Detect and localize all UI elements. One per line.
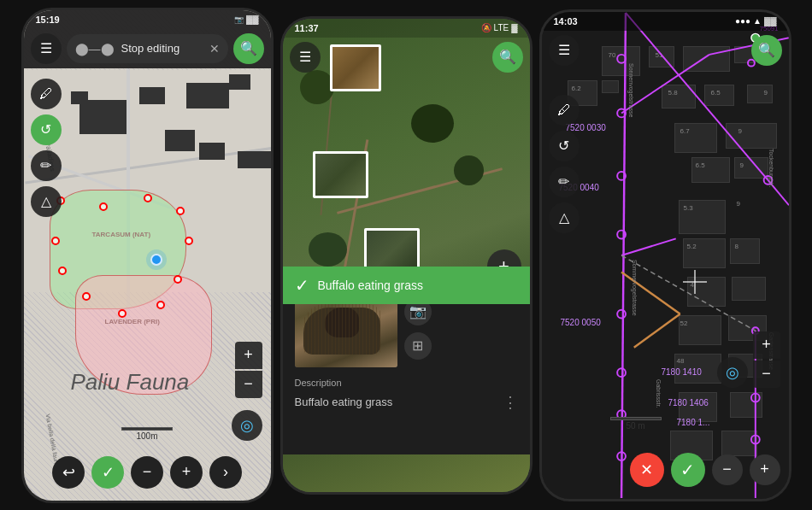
- search-button-3[interactable]: 🔍: [751, 35, 782, 66]
- gps-dot: [150, 254, 162, 266]
- nodes-icon-3: ✏: [558, 173, 569, 190]
- confirm-btn-1[interactable]: ✓: [91, 456, 124, 489]
- measure-icon: △: [41, 193, 51, 209]
- route-label-3: 7520 0050: [561, 318, 601, 327]
- phone-1-screen: Paliu Fauna TARCASUM (NAT) LAVENDER (PRI…: [24, 10, 271, 501]
- minus-icon-1: −: [143, 463, 152, 481]
- svg-point-11: [617, 368, 626, 377]
- mute-icon: 🔕: [481, 23, 491, 32]
- confirm-bar: ✓ Buffalo eating grass: [283, 267, 530, 304]
- node-icon: ⬤—⬤: [75, 42, 115, 56]
- measure-icon-3: △: [559, 209, 569, 226]
- gallery-action-btn[interactable]: ⊞: [404, 332, 432, 360]
- lte-text: LTE: [494, 23, 509, 32]
- zoom-controls-3: + −: [753, 331, 780, 388]
- cancel-icon-3: ✕: [640, 460, 653, 479]
- route-label-4: 7180 1410: [662, 367, 702, 377]
- edit-bar: ⬤—⬤ Stop editing ✕: [67, 34, 228, 63]
- search-button-2[interactable]: 🔍: [492, 42, 523, 73]
- remove-btn[interactable]: −: [131, 456, 163, 489]
- nodes-tool-3[interactable]: ✏: [549, 167, 580, 197]
- photo-actions: 📷 ⊞: [404, 298, 432, 360]
- scale-bar-3: 50 m: [610, 417, 662, 431]
- status-bar-3: 14:03 ●●● ▲ ▓▓: [542, 12, 789, 31]
- menu-icon-3: ☰: [558, 42, 570, 58]
- phone-2: 11:37 🔕 LTE ▓ ☰ 🔍 + ✓: [280, 16, 533, 495]
- check-icon: ✓: [295, 275, 309, 296]
- scale-line-1: [121, 427, 173, 431]
- signal-icon-3: ●●●: [735, 16, 750, 26]
- status-bar-1: 15:19 📷 ▓▓: [24, 10, 271, 29]
- route-svg: 75091: [542, 12, 789, 499]
- phone-3-screen: 70 51 6.2 5.8 6.5 6.7 6.5 5.3 5.2 4 52 4…: [542, 12, 789, 499]
- scale-text-1: 100m: [136, 431, 157, 441]
- measure-tool-3[interactable]: △: [549, 202, 580, 233]
- next-btn[interactable]: ›: [209, 456, 242, 489]
- cancel-btn-3[interactable]: ✕: [630, 453, 664, 487]
- route-label-5: 7180 1406: [668, 398, 709, 407]
- region-label-1: TARCASUM (NAT): [92, 231, 151, 238]
- time-3: 14:03: [554, 16, 578, 26]
- location-btn-3[interactable]: ◎: [717, 357, 748, 388]
- menu-button-1[interactable]: ☰: [31, 33, 62, 64]
- confirm-btn-3[interactable]: ✓: [671, 453, 705, 487]
- nodes-icon: ✏: [40, 157, 51, 173]
- phone-2-screen: 11:37 🔕 LTE ▓ ☰ 🔍 + ✓: [283, 19, 530, 492]
- draw-tool-3[interactable]: 🖊: [549, 95, 580, 126]
- battery-icon-2: ▓: [511, 23, 517, 32]
- minus-btn-3[interactable]: −: [712, 454, 743, 485]
- zoom-in-btn-3[interactable]: +: [753, 331, 780, 359]
- street-label-1: Sonnenvogelstrasse: [628, 63, 634, 117]
- description-text: Buffalo eating grass: [295, 396, 393, 408]
- time-1: 15:19: [36, 15, 60, 25]
- status-icons-1: 📷 ▓▓: [234, 15, 259, 24]
- svg-point-10: [617, 309, 626, 318]
- svg-line-5: [621, 238, 676, 255]
- close-edit-icon[interactable]: ✕: [209, 42, 220, 56]
- zoom-out-btn-1[interactable]: −: [235, 371, 262, 398]
- street-label-3: Sommervogelstrasse: [632, 260, 638, 316]
- rotate-tool-3[interactable]: ↺: [549, 131, 580, 161]
- location-btn-1[interactable]: ◎: [232, 410, 262, 441]
- edit-nodes-btn[interactable]: ✏: [31, 150, 62, 181]
- rotate-icon: ↺: [40, 121, 51, 138]
- rotate-icon-3: ↺: [558, 138, 569, 154]
- street-label-5: Gabrissstr.: [656, 379, 662, 407]
- region-label-2: LAVENDER (PRI): [105, 318, 160, 325]
- side-tools-3: 🖊 ↺ ✏ △: [549, 95, 580, 233]
- add-btn-bottom[interactable]: +: [170, 456, 203, 489]
- draw-icon: 🖊: [39, 86, 53, 102]
- plus-btn-3[interactable]: +: [750, 454, 780, 485]
- menu-button-3[interactable]: ☰: [549, 35, 580, 66]
- bottom-controls-1: ↩ ✓ − + ›: [24, 456, 271, 489]
- location-icon-1: ◎: [240, 416, 254, 435]
- undo-icon: ↩: [62, 463, 75, 482]
- plus-icon-3: +: [760, 460, 769, 478]
- battery-icon-3: ▓▓: [764, 16, 777, 26]
- wifi-icon-3: ▲: [753, 16, 762, 26]
- draw-tool-btn[interactable]: 🖊: [31, 79, 62, 109]
- confirm-icon-1: ✓: [102, 463, 115, 482]
- confirm-label: Buffalo eating grass: [318, 278, 424, 292]
- zoom-out-btn-3[interactable]: −: [753, 361, 780, 388]
- menu-icon-1: ☰: [40, 40, 52, 56]
- scale-bar-1: 100m: [121, 427, 173, 441]
- menu-button-2[interactable]: ☰: [290, 42, 321, 73]
- undo-btn[interactable]: ↩: [52, 456, 85, 489]
- desc-section-label: Description: [295, 378, 518, 388]
- status-bar-2: 11:37 🔕 LTE ▓: [283, 19, 530, 38]
- phone-1: Paliu Fauna TARCASUM (NAT) LAVENDER (PRI…: [21, 8, 274, 503]
- minus-icon-3: −: [722, 460, 732, 478]
- svg-line-22: [633, 314, 680, 347]
- measure-btn[interactable]: △: [31, 186, 62, 217]
- toolbar-1: ☰ ⬤—⬤ Stop editing ✕ 🔍: [24, 29, 271, 68]
- zoom-in-btn-1[interactable]: +: [235, 342, 262, 369]
- more-options-icon[interactable]: ⋮: [503, 393, 518, 412]
- svg-line-21: [621, 272, 680, 314]
- toolbar-2: ☰ 🔍: [283, 38, 530, 77]
- plus-icon-1: +: [182, 463, 191, 481]
- rotate-tool-btn[interactable]: ↺: [31, 114, 62, 145]
- description-row: Buffalo eating grass ⋮: [295, 393, 518, 412]
- battery-icon: ▓▓: [246, 15, 259, 24]
- search-button-1[interactable]: 🔍: [233, 33, 264, 64]
